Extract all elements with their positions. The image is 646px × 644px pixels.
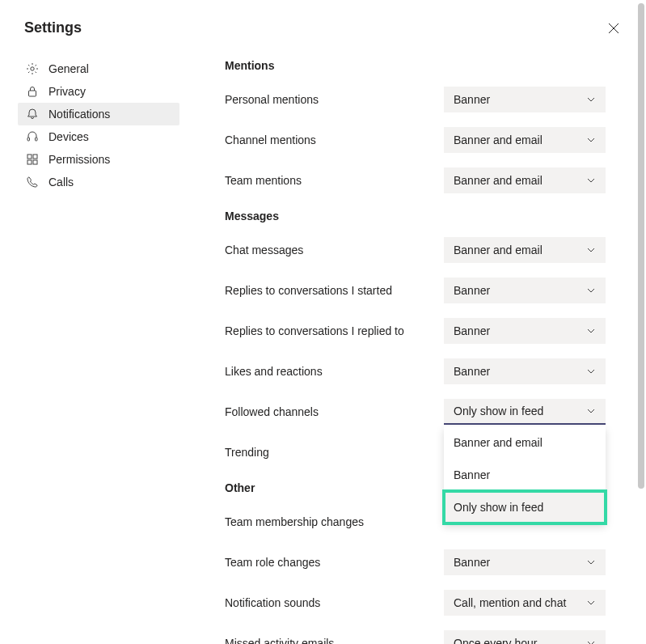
sidebar-item-notifications[interactable]: Notifications xyxy=(18,103,179,125)
row-missed-activity: Missed activity emails Once every hour xyxy=(225,630,606,644)
sidebar-item-permissions[interactable]: Permissions xyxy=(18,148,179,171)
apps-icon xyxy=(26,153,39,166)
row-personal-mentions: Personal mentions Banner xyxy=(225,87,606,112)
close-icon xyxy=(608,23,619,34)
sidebar-item-label: General xyxy=(49,62,89,75)
row-label: Missed activity emails xyxy=(225,637,444,644)
sidebar-item-general[interactable]: General xyxy=(18,57,179,80)
dropdown-value: Banner xyxy=(454,365,490,378)
close-button[interactable] xyxy=(606,20,622,36)
dropdown-option-banner[interactable]: Banner xyxy=(444,459,606,491)
dropdown-replies-replied[interactable]: Banner xyxy=(444,318,606,344)
section-title-messages: Messages xyxy=(225,210,606,222)
dropdown-menu-followed-channels: Banner and email Banner Only show in fee… xyxy=(444,426,606,523)
svg-rect-1 xyxy=(29,91,36,96)
section-title-mentions: Mentions xyxy=(225,59,606,72)
lock-icon xyxy=(26,85,39,98)
sidebar-item-label: Devices xyxy=(49,130,89,143)
svg-rect-5 xyxy=(33,155,37,159)
dropdown-team-role[interactable]: Banner xyxy=(444,549,606,575)
svg-rect-4 xyxy=(27,155,32,159)
dropdown-missed-activity[interactable]: Once every hour xyxy=(444,630,606,644)
svg-rect-7 xyxy=(33,160,37,164)
sidebar-item-calls[interactable]: Calls xyxy=(18,171,179,193)
row-likes-reactions: Likes and reactions Banner xyxy=(225,358,606,384)
chevron-down-icon xyxy=(586,366,596,376)
row-label: Chat messages xyxy=(225,244,444,256)
dropdown-value: Banner xyxy=(454,93,490,106)
svg-rect-2 xyxy=(27,138,30,141)
row-label: Trending xyxy=(225,446,444,459)
row-label: Replies to conversations I started xyxy=(225,284,444,297)
dropdown-personal-mentions[interactable]: Banner xyxy=(444,87,606,112)
sidebar-item-privacy[interactable]: Privacy xyxy=(18,80,179,103)
chevron-down-icon xyxy=(586,135,596,145)
row-label: Likes and reactions xyxy=(225,365,444,378)
dropdown-value: Only show in feed xyxy=(454,405,543,417)
chevron-down-icon xyxy=(586,95,596,104)
dropdown-option-only-show-in-feed[interactable]: Only show in feed xyxy=(444,491,606,523)
dropdown-value: Banner and email xyxy=(454,244,543,256)
header: Settings xyxy=(0,0,646,46)
dropdown-replies-started[interactable]: Banner xyxy=(444,278,606,303)
svg-rect-6 xyxy=(27,160,32,164)
row-label: Notification sounds xyxy=(225,596,444,609)
dropdown-value: Once every hour xyxy=(454,637,538,644)
chevron-down-icon xyxy=(586,638,596,644)
row-notification-sounds: Notification sounds Call, mention and ch… xyxy=(225,590,606,616)
sidebar-item-label: Notifications xyxy=(49,108,110,121)
chevron-down-icon xyxy=(586,557,596,567)
row-label: Followed channels xyxy=(225,405,444,418)
svg-point-0 xyxy=(31,67,34,70)
sidebar-item-label: Permissions xyxy=(49,153,110,166)
dropdown-value: Banner xyxy=(454,284,490,297)
chevron-down-icon xyxy=(586,598,596,608)
chevron-down-icon xyxy=(586,286,596,295)
bell-icon xyxy=(26,108,39,121)
row-followed-channels: Followed channels Only show in feed Bann… xyxy=(225,399,606,425)
dropdown-likes-reactions[interactable]: Banner xyxy=(444,358,606,384)
settings-sidebar: General Privacy Notifications Devices Pe xyxy=(18,46,179,644)
sidebar-item-label: Calls xyxy=(49,176,74,189)
gear-icon xyxy=(26,62,39,75)
settings-main: Mentions Personal mentions Banner Channe… xyxy=(179,46,646,644)
scrollbar-thumb[interactable] xyxy=(638,3,644,489)
dropdown-team-mentions[interactable]: Banner and email xyxy=(444,167,606,193)
row-team-role: Team role changes Banner xyxy=(225,549,606,575)
chevron-down-icon xyxy=(586,176,596,185)
dropdown-value: Banner and email xyxy=(454,174,543,187)
headset-icon xyxy=(26,130,39,143)
row-team-mentions: Team mentions Banner and email xyxy=(225,167,606,193)
dropdown-followed-channels[interactable]: Only show in feed xyxy=(444,399,606,425)
dropdown-value: Banner xyxy=(454,324,490,337)
scrollbar-track[interactable] xyxy=(638,3,644,641)
row-label: Team membership changes xyxy=(225,515,444,528)
sidebar-item-devices[interactable]: Devices xyxy=(18,125,179,148)
row-label: Team role changes xyxy=(225,556,444,569)
row-label: Channel mentions xyxy=(225,133,444,146)
dropdown-value: Banner and email xyxy=(454,133,543,146)
dropdown-chat-messages[interactable]: Banner and email xyxy=(444,237,606,263)
row-label: Team mentions xyxy=(225,174,444,187)
row-chat-messages: Chat messages Banner and email xyxy=(225,237,606,263)
dropdown-value: Banner xyxy=(454,556,490,569)
dropdown-value: Call, mention and chat xyxy=(454,596,566,609)
row-label: Replies to conversations I replied to xyxy=(225,324,444,337)
dropdown-channel-mentions[interactable]: Banner and email xyxy=(444,127,606,153)
phone-icon xyxy=(26,176,39,189)
chevron-down-icon xyxy=(586,406,596,416)
row-replies-replied: Replies to conversations I replied to Ba… xyxy=(225,318,606,344)
chevron-down-icon xyxy=(586,245,596,255)
dropdown-option-banner-email[interactable]: Banner and email xyxy=(444,426,606,459)
row-channel-mentions: Channel mentions Banner and email xyxy=(225,127,606,153)
sidebar-item-label: Privacy xyxy=(49,85,86,98)
chevron-down-icon xyxy=(586,326,596,336)
row-label: Personal mentions xyxy=(225,93,444,106)
row-replies-started: Replies to conversations I started Banne… xyxy=(225,278,606,303)
dropdown-notification-sounds[interactable]: Call, mention and chat xyxy=(444,590,606,616)
svg-rect-3 xyxy=(36,138,38,141)
page-title: Settings xyxy=(24,19,82,36)
